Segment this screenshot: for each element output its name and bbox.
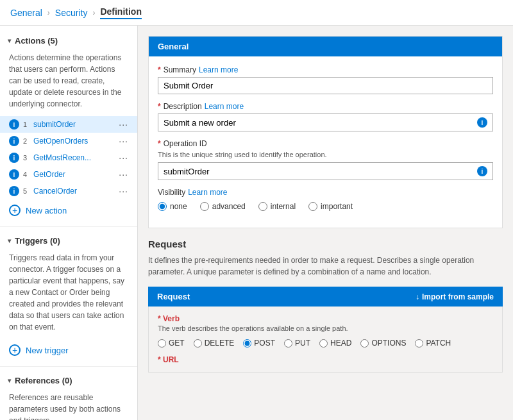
request-section: Request It defines the pre-requirements … [148, 239, 503, 373]
verb-put[interactable]: PUT [284, 339, 310, 348]
verb-patch-label: PATCH [426, 339, 451, 348]
visibility-radio-group: none advanced internal important [158, 202, 493, 211]
main-content: General * Summary Learn more [138, 26, 513, 420]
visibility-label: Visibility Learn more [158, 188, 493, 197]
verb-delete[interactable]: DELETE [194, 339, 235, 348]
operation-id-info-button[interactable]: i [477, 166, 487, 176]
visibility-field-group: Visibility Learn more none advanced [158, 188, 493, 211]
operation-id-label: * Operation ID [158, 139, 493, 148]
summary-input-wrapper [158, 77, 493, 94]
description-input-wrapper: i [158, 113, 493, 131]
triggers-description: Triggers read data in from your connecto… [0, 249, 137, 339]
action-ellipsis-4[interactable]: ··· [119, 169, 128, 180]
action-num-5: 5 [23, 187, 31, 195]
plus-circle-icon: + [9, 205, 21, 216]
breadcrumb: General › Security › Definition [0, 0, 513, 26]
new-action-label: New action [26, 206, 67, 215]
references-description: References are reusable parameters used … [0, 389, 137, 420]
operation-id-input-wrapper: i [158, 162, 493, 180]
import-from-sample-button[interactable]: ↓ Import from sample [416, 292, 494, 301]
action-ellipsis-2[interactable]: ··· [119, 136, 128, 146]
triggers-chevron-icon: ▾ [8, 237, 11, 244]
visibility-none-label: none [170, 202, 187, 211]
breadcrumb-security[interactable]: Security [55, 8, 88, 18]
description-info-button[interactable]: i [477, 117, 487, 128]
visibility-internal[interactable]: internal [258, 202, 296, 211]
action-name-3: GetMostRecen... [33, 153, 119, 162]
info-icon-4: i [9, 169, 19, 180]
action-ellipsis-1[interactable]: ··· [119, 119, 128, 130]
verb-patch[interactable]: PATCH [415, 339, 451, 348]
description-field-group: * Description Learn more i [158, 102, 493, 131]
verb-delete-label: DELETE [205, 339, 235, 348]
request-desc: It defines the pre-requirements needed i… [148, 255, 503, 278]
plus-circle-trigger-icon: + [9, 344, 21, 356]
info-icon-5: i [9, 186, 19, 196]
verb-post-label: POST [254, 339, 275, 348]
visibility-advanced[interactable]: advanced [200, 202, 246, 211]
action-ellipsis-3[interactable]: ··· [119, 153, 128, 163]
info-icon-1: i [9, 119, 19, 130]
operation-id-input[interactable] [164, 167, 477, 176]
references-chevron-icon: ▾ [8, 377, 11, 384]
actions-description: Actions determine the operations that us… [0, 49, 137, 116]
visibility-important-label: important [321, 202, 353, 211]
action-num-1: 1 [23, 121, 31, 128]
action-name-2: GetOpenOrders [33, 137, 119, 146]
description-required: * [158, 102, 161, 111]
visibility-learn-more[interactable]: Learn more [188, 188, 227, 197]
triggers-section-header[interactable]: ▾ Triggers (0) [0, 232, 137, 249]
action-item-4[interactable]: i 4 GetOrder ··· [0, 166, 137, 183]
action-item-5[interactable]: i 5 CancelOrder ··· [0, 183, 137, 199]
description-input[interactable] [164, 118, 477, 128]
request-header-label: Request [157, 292, 190, 301]
verb-head-label: HEAD [330, 339, 351, 348]
action-name-4: GetOrder [33, 170, 119, 179]
request-panel-body: * Verb The verb describes the operations… [148, 307, 503, 373]
references-header-label: References (0) [15, 376, 72, 385]
breadcrumb-general[interactable]: General [10, 8, 42, 18]
general-panel-body: * Summary Learn more * Description Learn… [149, 56, 502, 228]
general-panel-header: General [149, 37, 502, 56]
visibility-advanced-label: advanced [212, 202, 246, 211]
info-icon-3: i [9, 153, 19, 163]
description-learn-more[interactable]: Learn more [205, 102, 244, 111]
verb-desc: The verb describes the operations availa… [158, 324, 493, 332]
visibility-none[interactable]: none [158, 202, 187, 211]
verb-get-label: GET [169, 339, 185, 348]
summary-field-group: * Summary Learn more [158, 65, 493, 94]
breadcrumb-sep-1: › [47, 8, 50, 17]
new-trigger-label: New trigger [26, 346, 68, 355]
breadcrumb-definition[interactable]: Definition [100, 6, 142, 19]
references-section-header[interactable]: ▾ References (0) [0, 372, 137, 389]
action-item-2[interactable]: i 2 GetOpenOrders ··· [0, 133, 137, 149]
new-trigger-button[interactable]: + New trigger [0, 339, 137, 361]
verb-post[interactable]: POST [243, 339, 275, 348]
action-ellipsis-5[interactable]: ··· [119, 186, 128, 196]
actions-chevron-icon: ▾ [8, 37, 11, 44]
action-item-3[interactable]: i 3 GetMostRecen... ··· [0, 149, 137, 166]
verb-head[interactable]: HEAD [319, 339, 351, 348]
action-item-1[interactable]: i 1 submitOrder ··· [0, 116, 137, 133]
operation-id-desc: This is the unique string used to identi… [158, 151, 493, 158]
action-num-3: 3 [23, 154, 31, 162]
info-icon-2: i [9, 136, 19, 146]
new-action-button[interactable]: + New action [0, 199, 137, 221]
actions-header-label: Actions (5) [15, 36, 58, 46]
request-title: Request [148, 239, 503, 249]
action-name-5: CancelOrder [33, 187, 119, 196]
description-label: * Description Learn more [158, 102, 493, 111]
summary-learn-more[interactable]: Learn more [199, 65, 238, 74]
request-panel-header: Request ↓ Import from sample [148, 287, 503, 307]
summary-required: * [158, 65, 161, 74]
verb-options-label: OPTIONS [371, 339, 406, 348]
visibility-important[interactable]: important [308, 202, 353, 211]
divider-1 [0, 226, 137, 227]
action-num-2: 2 [23, 137, 31, 145]
operation-id-required: * [158, 139, 161, 148]
verb-get[interactable]: GET [158, 339, 185, 348]
verb-options[interactable]: OPTIONS [360, 339, 406, 348]
actions-section-header[interactable]: ▾ Actions (5) [0, 32, 137, 49]
divider-2 [0, 366, 137, 367]
summary-input[interactable] [164, 81, 487, 90]
